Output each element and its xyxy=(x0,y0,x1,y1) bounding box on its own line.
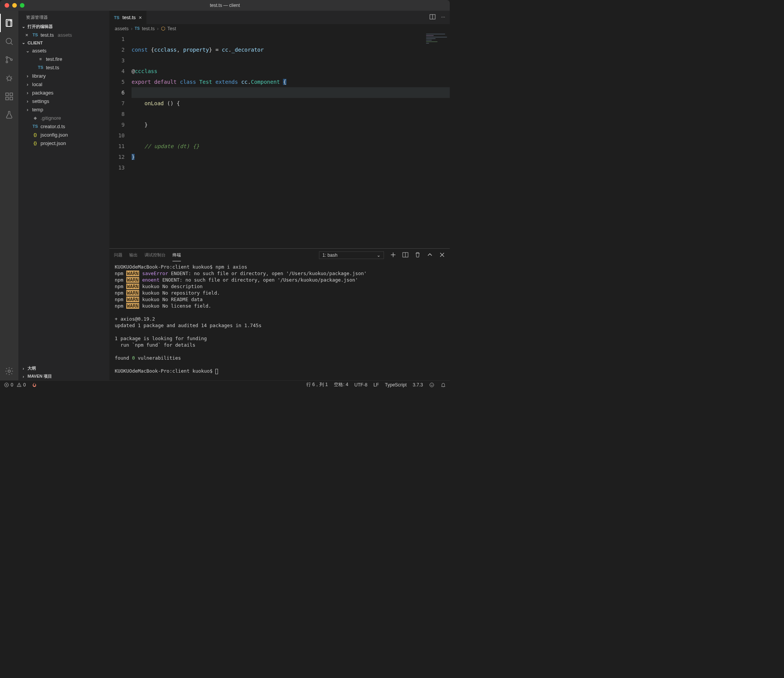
code-line[interactable] xyxy=(132,87,450,98)
encoding[interactable]: UTF-8 xyxy=(355,382,368,388)
class-symbol-icon: ⬡ xyxy=(161,26,165,31)
tab-test-ts[interactable]: TS test.ts × xyxy=(109,11,147,24)
code-line[interactable]: // update (dt) {} xyxy=(132,141,450,152)
file-item[interactable]: TScreator.d.ts xyxy=(18,122,109,130)
terminal-tab[interactable]: 终端 xyxy=(172,249,181,261)
kill-terminal-icon[interactable] xyxy=(415,252,421,259)
ts-version[interactable]: 3.7.3 xyxy=(413,382,423,388)
problems-tab[interactable]: 问题 xyxy=(114,249,122,261)
language-mode[interactable]: TypeScript xyxy=(385,382,407,388)
output-tab[interactable]: 输出 xyxy=(129,249,138,261)
outline-header[interactable]: › 大纲 xyxy=(18,364,109,372)
file-item[interactable]: ◆.gitignore xyxy=(18,114,109,122)
project-header[interactable]: ⌄ CLIENT xyxy=(18,39,109,46)
settings-gear-icon[interactable] xyxy=(0,362,18,380)
notifications-icon[interactable] xyxy=(441,382,446,388)
folder-item[interactable]: ›library xyxy=(18,72,109,80)
breadcrumb-segment[interactable]: Test xyxy=(168,26,176,31)
search-icon[interactable] xyxy=(0,32,18,51)
item-label: settings xyxy=(32,98,49,104)
eol[interactable]: LF xyxy=(374,382,379,388)
item-label: project.json xyxy=(41,140,66,146)
code-line[interactable] xyxy=(132,34,450,44)
flask-icon[interactable] xyxy=(0,106,18,124)
ts-file-icon: TS xyxy=(32,33,38,37)
flame-icon[interactable] xyxy=(32,382,37,388)
code-line[interactable]: } xyxy=(132,119,450,130)
split-editor-icon[interactable] xyxy=(429,14,436,21)
project-label: CLIENT xyxy=(28,41,43,45)
terminal-line: npm WARN saveError ENOENT: no such file … xyxy=(115,270,444,277)
folder-item[interactable]: ⌄assets xyxy=(18,46,109,55)
close-icon[interactable]: × xyxy=(24,32,30,38)
code-line[interactable] xyxy=(132,130,450,141)
code-line[interactable] xyxy=(132,55,450,66)
line-gutter: 12345678910111213 xyxy=(109,33,132,248)
open-editors-header[interactable]: ⌄ 打开的编辑器 xyxy=(18,23,109,31)
editor-tabs: TS test.ts × ··· xyxy=(109,11,450,24)
code-line[interactable] xyxy=(132,109,450,119)
editor[interactable]: 12345678910111213 const {ccclass, proper… xyxy=(109,33,450,248)
item-label: test.ts xyxy=(46,65,59,70)
more-actions-icon[interactable]: ··· xyxy=(441,14,445,21)
terminal-line xyxy=(115,361,444,368)
item-label: local xyxy=(32,81,42,87)
close-window-button[interactable] xyxy=(5,3,9,8)
indentation[interactable]: 空格: 4 xyxy=(334,381,348,388)
file-item[interactable]: TStest.ts xyxy=(18,63,109,72)
debug-icon[interactable] xyxy=(0,69,18,87)
ts-file-icon: TS xyxy=(135,26,140,31)
close-panel-icon[interactable] xyxy=(439,252,445,259)
breadcrumb[interactable]: assets › TS test.ts › ⬡ Test xyxy=(109,24,450,33)
terminal-selector[interactable]: 1: bash ⌄ xyxy=(319,251,384,259)
terminal-line: run `npm fund` for details xyxy=(115,342,444,348)
open-editor-item[interactable]: ×TStest.tsassets xyxy=(18,31,109,39)
warnings-count[interactable]: 0 xyxy=(16,382,26,388)
maximize-panel-icon[interactable] xyxy=(427,252,433,259)
item-label: creator.d.ts xyxy=(41,124,65,129)
maven-header[interactable]: › MAVEN 项目 xyxy=(18,372,109,380)
terminal-output[interactable]: KUOKUOdeMacBook-Pro:client kuokuo$ npm i… xyxy=(109,261,450,380)
code-line[interactable] xyxy=(132,162,450,173)
maximize-window-button[interactable] xyxy=(20,3,24,8)
folder-item[interactable]: ›settings xyxy=(18,97,109,105)
chevron-right-icon: › xyxy=(157,26,158,31)
code-line[interactable]: export default class Test extends cc.Com… xyxy=(132,77,450,87)
explorer-icon[interactable] xyxy=(0,14,18,32)
vscode-window: test.ts — client xyxy=(0,0,450,389)
bottom-panel: 问题 输出 调试控制台 终端 1: bash ⌄ xyxy=(109,248,450,380)
source-control-icon[interactable] xyxy=(0,51,18,69)
item-label: temp xyxy=(32,107,43,112)
breadcrumb-segment[interactable]: assets xyxy=(115,26,128,31)
code-line[interactable]: const {ccclass, property} = cc._decorato… xyxy=(132,44,450,55)
file-item[interactable]: {}project.json xyxy=(18,139,109,147)
debug-console-tab[interactable]: 调试控制台 xyxy=(145,249,166,261)
feedback-icon[interactable] xyxy=(429,382,434,388)
code-line[interactable]: onLoad () { xyxy=(132,98,450,109)
extensions-icon[interactable] xyxy=(0,87,18,106)
minimap[interactable] xyxy=(426,34,449,49)
code-area[interactable]: const {ccclass, property} = cc._decorato… xyxy=(132,33,450,248)
folder-item[interactable]: ›packages xyxy=(18,88,109,97)
file-path: assets xyxy=(58,32,72,38)
folder-item[interactable]: ›temp xyxy=(18,105,109,114)
cursor-position[interactable]: 行 6，列 1 xyxy=(306,381,328,388)
errors-count[interactable]: 0 xyxy=(4,382,13,388)
file-item[interactable]: ≡test.fire xyxy=(18,55,109,63)
file-icon: ≡ xyxy=(37,57,44,61)
file-item[interactable]: {}jsconfig.json xyxy=(18,130,109,139)
code-line[interactable]: @ccclass xyxy=(132,66,450,77)
ts-file-icon: TS xyxy=(114,15,119,20)
svg-point-12 xyxy=(8,370,10,372)
chevron-right-icon: › xyxy=(25,98,30,104)
new-terminal-icon[interactable] xyxy=(390,252,396,259)
minimize-window-button[interactable] xyxy=(12,3,17,8)
maven-label: MAVEN 项目 xyxy=(28,373,52,379)
titlebar[interactable]: test.ts — client xyxy=(0,0,450,11)
code-line[interactable]: } xyxy=(132,152,450,162)
split-terminal-icon[interactable] xyxy=(402,252,408,259)
breadcrumb-segment[interactable]: test.ts xyxy=(142,26,155,31)
folder-item[interactable]: ›local xyxy=(18,80,109,88)
item-label: jsconfig.json xyxy=(41,132,68,138)
close-tab-icon[interactable]: × xyxy=(139,15,142,21)
